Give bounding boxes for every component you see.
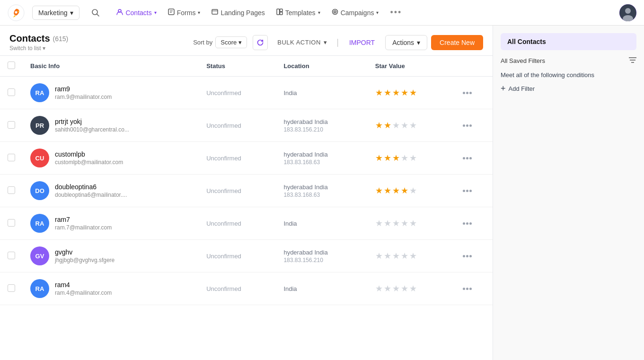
saved-filters-header[interactable]: All Saved Filters — [501, 57, 636, 65]
sort-select[interactable]: Score ▾ — [215, 36, 247, 48]
workspace-selector[interactable]: Marketing ▾ — [32, 6, 79, 20]
row-actions-cell — [455, 272, 493, 305]
contact-name[interactable]: prtrjt yokj — [55, 118, 129, 125]
contact-name[interactable]: gvghv — [55, 248, 115, 256]
basic-info-cell: PR prtrjt yokj sahith0010@gharcentral.co… — [23, 109, 199, 142]
star-1: ★ — [375, 283, 383, 294]
nav-item-landing-pages[interactable]: Landing Pages — [207, 6, 269, 19]
landing-pages-nav-label: Landing Pages — [221, 9, 265, 17]
row-checkbox[interactable] — [8, 219, 15, 227]
page-title-text: Contacts — [9, 33, 50, 44]
contact-name[interactable]: ram4 — [55, 281, 112, 289]
svg-rect-11 — [277, 9, 280, 15]
contact-cell: PR prtrjt yokj sahith0010@gharcentral.co… — [30, 116, 191, 135]
row-checkbox[interactable] — [8, 121, 15, 129]
row-actions-cell — [455, 175, 493, 207]
sort-value: Score — [221, 39, 237, 46]
stars-container[interactable]: ★★★★★ — [375, 88, 448, 98]
star-value-cell: ★★★★★ — [368, 109, 455, 142]
conditions-text: Meet all of the following conditions — [501, 71, 636, 79]
location-city: hyderabad India — [283, 151, 360, 158]
star-1: ★ — [375, 218, 383, 228]
page-title: Contacts (615) — [9, 33, 187, 44]
contact-avatar[interactable]: RA — [30, 214, 49, 233]
app-logo[interactable] — [8, 4, 25, 21]
nav-item-forms[interactable]: Forms ▾ — [163, 6, 205, 19]
bulk-action-button[interactable]: BULK ACTION ▾ — [272, 36, 333, 49]
status-text: Unconfirmed — [206, 220, 241, 227]
row-actions-menu[interactable] — [463, 157, 485, 159]
row-actions-menu[interactable] — [463, 288, 485, 290]
page-title-area: Contacts (615) Switch to list ▾ — [9, 33, 187, 52]
contact-avatar[interactable]: GV — [30, 246, 49, 265]
contact-avatar[interactable]: RA — [30, 279, 49, 298]
location-cell: hyderabad India 183.83.156.210 — [276, 109, 367, 142]
star-3: ★ — [392, 185, 400, 196]
stars-container[interactable]: ★★★★★ — [375, 120, 448, 131]
row-actions-menu[interactable] — [463, 124, 485, 127]
contact-name[interactable]: customlpb — [55, 150, 123, 158]
user-avatar[interactable] — [619, 4, 636, 21]
row-actions-menu[interactable] — [463, 222, 485, 225]
star-1: ★ — [375, 251, 383, 261]
contact-name[interactable]: ram7 — [55, 216, 112, 223]
nav-more-button[interactable]: ••• — [385, 5, 406, 20]
create-new-button[interactable]: Create New — [431, 35, 483, 50]
switch-to-list[interactable]: Switch to list ▾ — [9, 45, 187, 52]
import-button[interactable]: IMPORT — [343, 36, 381, 49]
add-filter-button[interactable]: + Add Filter — [501, 84, 636, 93]
row-actions-cell — [455, 240, 493, 272]
row-actions-menu[interactable] — [463, 92, 485, 94]
forms-nav-label: Forms — [177, 9, 196, 17]
stars-container[interactable]: ★★★★★ — [375, 251, 448, 261]
stars-container[interactable]: ★★★★★ — [375, 185, 448, 196]
right-panel: All Contacts All Saved Filters Meet all … — [493, 26, 644, 360]
row-checkbox-cell — [0, 109, 23, 142]
location-city: hyderabad India — [283, 184, 360, 191]
row-checkbox[interactable] — [8, 186, 15, 194]
contact-avatar[interactable]: RA — [30, 83, 49, 102]
nav-item-contacts[interactable]: Contacts ▾ — [112, 6, 161, 19]
actions-chevron: ▾ — [417, 39, 420, 46]
contact-avatar[interactable]: PR — [30, 116, 49, 135]
contact-info: doubleoptina6 doubleoptina6@mailinator..… — [55, 183, 127, 198]
table-row: RA ram7 ram.7@mailinator.com Unconfirmed… — [0, 207, 493, 240]
stars-container[interactable]: ★★★★★ — [375, 153, 448, 163]
actions-button[interactable]: Actions ▾ — [385, 35, 427, 50]
contact-info: gvghv jhgjbgb@gvghvg.sfgere — [55, 248, 115, 263]
contact-name[interactable]: doubleoptina6 — [55, 183, 127, 191]
row-checkbox[interactable] — [8, 154, 15, 161]
row-checkbox[interactable] — [8, 284, 15, 292]
status-text: Unconfirmed — [206, 187, 241, 194]
nav-item-templates[interactable]: Templates ▾ — [272, 6, 325, 19]
row-checkbox-cell — [0, 272, 23, 305]
row-checkbox[interactable] — [8, 88, 15, 96]
main-content: Contacts (615) Switch to list ▾ Sort by … — [0, 26, 493, 360]
all-contacts-filter[interactable]: All Contacts — [501, 33, 636, 50]
search-button[interactable] — [87, 4, 104, 21]
svg-rect-9 — [212, 9, 218, 14]
row-checkbox[interactable] — [8, 252, 15, 259]
row-actions-menu[interactable] — [463, 190, 485, 192]
contact-info: ram4 ram.4@mailinator.com — [55, 281, 112, 296]
basic-info-cell: RA ram9 ram.9@mailinator.com — [23, 77, 199, 109]
bulk-action-chevron: ▾ — [324, 39, 327, 46]
star-2: ★ — [384, 251, 391, 261]
location-info: hyderabad India 183.83.156.210 — [283, 118, 360, 133]
contact-name[interactable]: ram9 — [55, 85, 112, 93]
location-city: hyderabad India — [283, 249, 360, 256]
row-actions-menu[interactable] — [463, 255, 485, 257]
basic-info-cell: CU customlpb customlpb@mailinator.com — [23, 142, 199, 175]
stars-container[interactable]: ★★★★★ — [375, 218, 448, 228]
contact-avatar[interactable]: DO — [30, 181, 49, 200]
nav-item-campaigns[interactable]: Campaigns ▾ — [327, 6, 384, 19]
star-4: ★ — [401, 153, 408, 163]
svg-line-4 — [97, 14, 99, 16]
stars-container[interactable]: ★★★★★ — [375, 283, 448, 294]
refresh-button[interactable] — [253, 35, 268, 50]
contact-cell: RA ram4 ram.4@mailinator.com — [30, 279, 191, 298]
contact-avatar[interactable]: CU — [30, 149, 49, 167]
star-1: ★ — [375, 153, 383, 163]
select-all-checkbox[interactable] — [8, 61, 15, 69]
contact-cell: CU customlpb customlpb@mailinator.com — [30, 149, 191, 167]
